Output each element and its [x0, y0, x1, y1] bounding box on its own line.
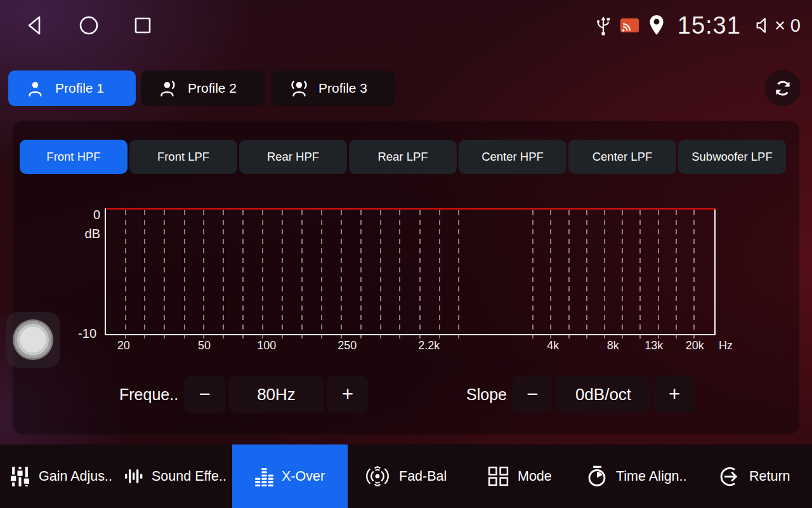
nav-label: Sound Effe..: [152, 469, 226, 485]
tab-rear-hpf[interactable]: Rear HPF: [239, 140, 347, 174]
gridline: [262, 210, 263, 338]
gridline: [203, 210, 204, 338]
gridline: [282, 210, 283, 338]
gridline: [399, 210, 400, 338]
gridline: [639, 210, 641, 338]
frequency-plus-button[interactable]: +: [327, 376, 368, 413]
gridline: [550, 210, 551, 338]
frequency-value: 80Hz: [229, 376, 324, 413]
gridline: [242, 210, 244, 338]
profile-1-button[interactable]: Profile 1: [8, 70, 136, 106]
gridline: [532, 210, 534, 338]
gridline: [223, 210, 224, 338]
home-icon[interactable]: [79, 15, 99, 36]
gridline: [301, 210, 303, 338]
speaker-waves-icon: [364, 465, 391, 488]
x-axis-unit: Hz: [719, 339, 733, 352]
gridline: [676, 210, 677, 338]
plot-area: [105, 208, 716, 335]
nav-label: Return: [749, 469, 790, 485]
profile-3-button[interactable]: Profile 3: [272, 70, 395, 106]
nav-label: Fad-Bal: [399, 469, 447, 485]
cast-icon: [620, 18, 639, 34]
y-axis-label: dB: [72, 227, 100, 241]
squares-grid-icon: [487, 465, 509, 488]
gridline: [622, 210, 623, 338]
gridline: [458, 210, 459, 338]
android-nav-buttons: [25, 0, 152, 51]
gridline: [144, 210, 145, 338]
y-tick-minus10: -10: [69, 326, 96, 341]
nav-label: Time Align..: [616, 469, 687, 485]
gridline: [419, 210, 421, 338]
gridline: [321, 210, 322, 338]
volume-indicator: × 0: [754, 15, 801, 36]
nav-sound-effects[interactable]: Sound Effe..: [124, 444, 226, 508]
location-icon: [648, 14, 665, 37]
person-icon: [27, 80, 44, 97]
gridline: [568, 210, 570, 338]
x-tick-label: 2.2k: [418, 339, 440, 352]
tab-subwoofer-lpf[interactable]: Subwoofer LPF: [678, 140, 786, 174]
tab-rear-lpf[interactable]: Rear LPF: [349, 140, 457, 174]
nav-x-over[interactable]: X-Over: [232, 444, 348, 508]
slope-label: Slope: [466, 376, 507, 413]
nav-gain-adjust[interactable]: Gain Adjus..: [10, 444, 112, 508]
gridline: [125, 210, 126, 338]
gridline: [658, 210, 659, 338]
usb-icon: [595, 14, 612, 37]
gridline: [380, 210, 381, 338]
profile-label: Profile 2: [188, 81, 237, 96]
equalizer-bars-icon: [255, 467, 273, 486]
recents-icon[interactable]: [133, 16, 152, 35]
frequency-label: Freque..: [119, 376, 178, 413]
slope-plus-button[interactable]: +: [655, 376, 694, 413]
refresh-button[interactable]: [764, 70, 801, 106]
x-tick-label: 20: [117, 339, 130, 352]
gridline: [164, 210, 165, 338]
knob-dial[interactable]: [13, 319, 53, 360]
gridline: [360, 210, 362, 338]
y-tick-0: 0: [72, 208, 100, 222]
x-tick-label: 20k: [686, 339, 704, 352]
x-tick-label: 13k: [645, 339, 663, 352]
gridline: [341, 210, 342, 338]
refresh-icon: [773, 78, 793, 98]
volume-muted-icon: [754, 15, 772, 36]
nav-fad-bal[interactable]: Fad-Bal: [364, 444, 447, 508]
nav-label: X-Over: [282, 469, 325, 485]
x-axis-labels: 20501002502.2k4k8k13k20k: [105, 339, 716, 356]
frequency-minus-button[interactable]: −: [184, 376, 225, 413]
status-bar: 15:31 × 0: [0, 0, 812, 51]
nav-return[interactable]: Return: [719, 444, 790, 508]
x-tick-label: 250: [337, 339, 357, 352]
gridline: [439, 210, 440, 338]
back-icon[interactable]: [25, 15, 44, 36]
profile-label: Profile 1: [55, 81, 104, 96]
slope-minus-button[interactable]: −: [513, 376, 552, 413]
response-line: [106, 208, 716, 210]
tab-front-hpf[interactable]: Front HPF: [20, 140, 128, 174]
nav-time-align[interactable]: Time Align..: [586, 444, 687, 508]
profile-2-button[interactable]: Profile 2: [141, 70, 265, 106]
slope-value: 0dB/oct: [556, 376, 651, 413]
clock: 15:31: [678, 12, 741, 39]
nav-label: Gain Adjus..: [39, 469, 112, 485]
floating-knob[interactable]: [6, 312, 60, 368]
tab-front-lpf[interactable]: Front LPF: [129, 140, 237, 174]
gridline: [586, 210, 587, 338]
person-arcs-icon: [291, 80, 308, 97]
x-tick-label: 8k: [607, 339, 619, 352]
gridline: [184, 210, 185, 338]
nav-mode[interactable]: Mode: [487, 444, 552, 508]
volume-value: × 0: [775, 15, 801, 36]
x-tick-label: 100: [257, 339, 276, 352]
profile-label: Profile 3: [318, 81, 367, 96]
tab-center-lpf[interactable]: Center LPF: [568, 140, 676, 174]
nav-label: Mode: [518, 469, 552, 485]
bottom-nav-bar: Gain Adjus.. Sound Effe.. X-Over: [0, 444, 812, 508]
tab-center-hpf[interactable]: Center HPF: [459, 140, 566, 174]
stopwatch-icon: [586, 465, 608, 488]
waveform-bars-icon: [124, 466, 143, 486]
x-tick-label: 4k: [547, 339, 559, 352]
